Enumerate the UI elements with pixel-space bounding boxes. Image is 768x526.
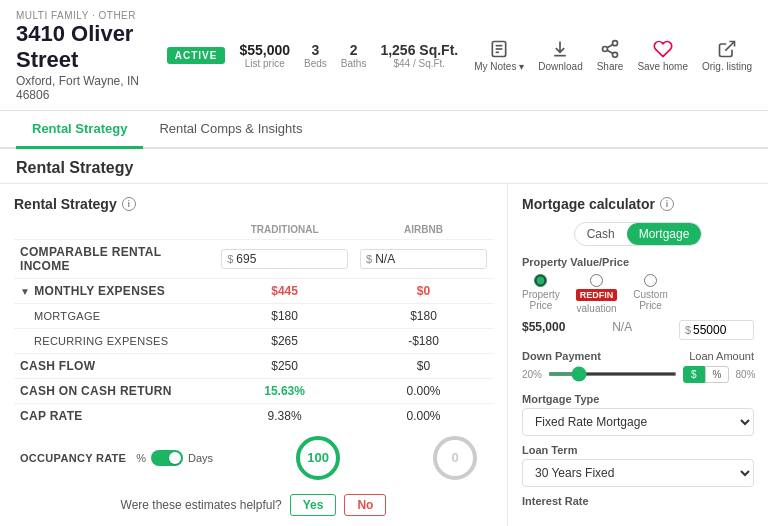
- list-price-value: $55,000: [239, 42, 290, 58]
- property-type: MULTI FAMILY · other: [16, 10, 151, 21]
- svg-point-4: [613, 41, 618, 46]
- baths-value: 2: [350, 42, 358, 58]
- loan-term-label: Loan Term: [522, 444, 754, 456]
- cash-on-cash-airbnb: 0.00%: [354, 378, 493, 403]
- share-label: Share: [597, 61, 624, 72]
- note-icon: [489, 39, 509, 59]
- cash-flow-label: CASH FLOW: [14, 353, 215, 378]
- down-payment-min: 20%: [522, 369, 542, 380]
- orig-listing-label: Orig. listing: [702, 61, 752, 72]
- down-payment-slider[interactable]: [548, 372, 677, 376]
- baths-label: Baths: [341, 58, 367, 69]
- custom-price-input[interactable]: [693, 323, 748, 337]
- tab-rental-strategy[interactable]: Rental Strategy: [16, 111, 143, 149]
- price-per-sqft: $44 / Sq.Ft.: [393, 58, 445, 69]
- cash-on-cash-trad: 15.63%: [215, 378, 354, 403]
- property-value-label: Property Value/Price: [522, 256, 754, 268]
- property-price-radio[interactable]: [534, 274, 547, 287]
- rental-strategy-title: Rental Strategy i: [14, 196, 493, 212]
- download-button[interactable]: Download: [538, 39, 582, 72]
- mortgage-trad: $180: [215, 303, 354, 328]
- table-row: Mortgage $180 $180: [14, 303, 493, 328]
- orig-listing-button[interactable]: Orig. listing: [702, 39, 752, 72]
- down-payment-header: Down Payment Loan Amount: [522, 350, 754, 362]
- expand-arrow-icon: ▼: [20, 286, 30, 297]
- interest-rate-group: Interest Rate: [522, 495, 754, 507]
- download-label: Download: [538, 61, 582, 72]
- tab-rental-comps[interactable]: Rental Comps & Insights: [143, 111, 318, 149]
- recurring-airbnb: -$180: [354, 328, 493, 353]
- table-row: CASH FLOW $250 $0: [14, 353, 493, 378]
- airbnb-occupancy-meter: 0: [433, 436, 477, 480]
- down-payment-slider-row: 20% $ % 80%: [522, 366, 754, 383]
- pct-amount-btn[interactable]: %: [705, 366, 730, 383]
- cash-flow-airbnb: $0: [354, 353, 493, 378]
- mortgage-option[interactable]: Mortgage: [627, 223, 702, 245]
- custom-price-input-group[interactable]: $: [679, 320, 754, 340]
- table-row: COMPARABLE RENTAL INCOME $ $: [14, 239, 493, 278]
- cash-on-cash-label: CASH ON CASH RETURN: [14, 378, 215, 403]
- dollar-sign-airbnb: $: [366, 253, 372, 265]
- property-price-radio-label: PropertyPrice: [522, 289, 560, 311]
- cash-option[interactable]: Cash: [575, 223, 627, 245]
- toggle-knob: [169, 452, 181, 464]
- col-airbnb-header: AIRBNB: [354, 220, 493, 240]
- trad-income-input-group[interactable]: $: [221, 249, 348, 269]
- property-value-section: Property Value/Price PropertyPrice REDFI…: [522, 256, 754, 340]
- mortgage-label: Mortgage: [14, 303, 215, 328]
- heart-icon: [653, 39, 673, 59]
- mortgage-type-group: Mortgage Type Fixed Rate Mortgage Adjust…: [522, 393, 754, 436]
- dollar-sign-trad: $: [227, 253, 233, 265]
- loan-amount-label: Loan Amount: [689, 350, 754, 362]
- comparable-rental-income-trad: $: [215, 239, 354, 278]
- external-link-icon: [717, 39, 737, 59]
- cap-rate-airbnb: 0.00%: [354, 403, 493, 428]
- my-notes-label: My Notes ▾: [474, 61, 524, 72]
- rental-strategy-panel: Rental Strategy i TRADITIONAL AIRBNB COM…: [0, 184, 508, 526]
- property-info: MULTI FAMILY · other 3410 Oliver Street …: [16, 10, 151, 102]
- table-row: Recurring Expenses $265 -$180: [14, 328, 493, 353]
- custom-price-radio[interactable]: [644, 274, 657, 287]
- rental-strategy-info-icon[interactable]: i: [122, 197, 136, 211]
- down-payment-max: 80%: [735, 369, 755, 380]
- table-row: ▼MONTHLY EXPENSES $445 $0: [14, 278, 493, 303]
- toggle-days-label: Days: [188, 452, 213, 464]
- mortgage-calculator-panel: Mortgage calculator i Cash Mortgage Prop…: [508, 184, 768, 526]
- property-price-display: $55,000: [522, 320, 565, 340]
- mortgage-title: Mortgage calculator i: [522, 196, 674, 212]
- airbnb-income-input[interactable]: [375, 252, 430, 266]
- svg-line-9: [725, 42, 734, 51]
- tabs-bar: Rental Strategy Rental Comps & Insights: [0, 111, 768, 149]
- table-row: CASH ON CASH RETURN 15.63% 0.00%: [14, 378, 493, 403]
- save-home-label: Save home: [637, 61, 688, 72]
- redfin-value: N/A: [612, 320, 632, 334]
- feedback-no-button[interactable]: No: [344, 494, 386, 516]
- property-name: 3410 Oliver Street: [16, 21, 151, 74]
- mortgage-airbnb: $180: [354, 303, 493, 328]
- my-notes-button[interactable]: My Notes ▾: [474, 39, 524, 72]
- airbnb-income-input-group[interactable]: $: [360, 249, 487, 269]
- property-address: Oxford, Fort Wayne, IN 46806: [16, 74, 151, 102]
- trad-occupancy-value: 100: [307, 450, 329, 465]
- beds-stat: 3 Beds: [304, 42, 327, 69]
- mortgage-info-icon[interactable]: i: [660, 197, 674, 211]
- pct-dollar-toggle: $ %: [683, 366, 729, 383]
- feedback-yes-button[interactable]: Yes: [290, 494, 337, 516]
- feedback-question: Were these estimates helpful?: [121, 498, 282, 512]
- status-badge: ACTIVE: [167, 47, 226, 64]
- save-home-button[interactable]: Save home: [637, 39, 688, 72]
- dollar-amount-btn[interactable]: $: [683, 366, 705, 383]
- share-icon: [600, 39, 620, 59]
- svg-point-6: [613, 53, 618, 58]
- table-row: CAP RATE 9.38% 0.00%: [14, 403, 493, 428]
- trad-income-input[interactable]: [236, 252, 291, 266]
- redfin-valuation-radio[interactable]: [590, 274, 603, 287]
- share-button[interactable]: Share: [597, 39, 624, 72]
- cash-mortgage-toggle[interactable]: Cash Mortgage: [574, 222, 703, 246]
- occupancy-toggle-switch[interactable]: [151, 450, 183, 466]
- mortgage-type-select[interactable]: Fixed Rate Mortgage Adjustable Rate Mort…: [522, 408, 754, 436]
- loan-term-select[interactable]: 30 Years Fixed 20 Years Fixed 15 Years F…: [522, 459, 754, 487]
- strategy-table: TRADITIONAL AIRBNB COMPARABLE RENTAL INC…: [14, 220, 493, 428]
- beds-label: Beds: [304, 58, 327, 69]
- col-label-header: [14, 220, 215, 240]
